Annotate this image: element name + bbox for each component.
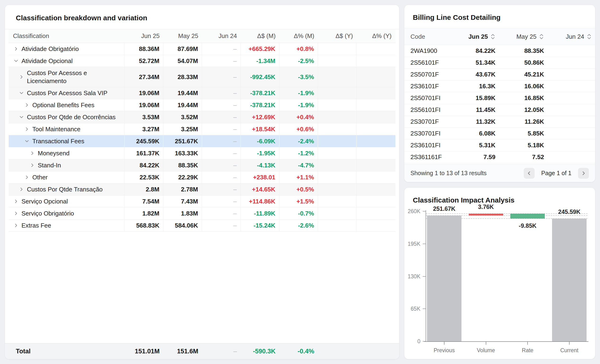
row-label: Transactional Fees bbox=[32, 137, 84, 145]
chevron-right-icon[interactable] bbox=[13, 198, 19, 205]
value-cell: 3.25M bbox=[163, 123, 202, 135]
tree-row[interactable]: Serviço Opcional7.54M7.43M–+114.86K+1.5% bbox=[9, 196, 395, 207]
chevron-right-icon[interactable] bbox=[19, 74, 25, 80]
tree-row[interactable]: Optional Benefits Fees19.06M19.44M–-378.… bbox=[9, 99, 395, 111]
value-cell: 19.44M bbox=[163, 87, 202, 99]
chevron-right-icon[interactable] bbox=[13, 210, 19, 216]
chevron-right-icon[interactable] bbox=[13, 222, 19, 228]
chevron-right-icon[interactable] bbox=[19, 186, 25, 192]
code-cell: 2S30701F bbox=[404, 118, 450, 125]
bar-previous bbox=[427, 215, 461, 341]
table-row[interactable]: 2S361161F7.597.52 bbox=[404, 151, 595, 163]
table-row[interactable]: 2S56101FI11.45K12.05K bbox=[404, 104, 595, 116]
value-cell: -378.21K bbox=[241, 87, 280, 99]
y-tick-label: 0 bbox=[400, 338, 420, 345]
chevron-down-icon[interactable] bbox=[19, 114, 25, 120]
row-label: Atividade Obrigatório bbox=[21, 45, 79, 53]
tree-row[interactable]: Stand-In84.22K88.35K–-4.13K-4.7% bbox=[9, 159, 395, 171]
value-cell: -4.7% bbox=[280, 159, 318, 171]
chevron-down-icon[interactable] bbox=[24, 138, 30, 144]
value-cell bbox=[357, 207, 395, 219]
y-tick bbox=[423, 276, 426, 277]
column-header-may-25[interactable]: May 25 bbox=[499, 33, 547, 40]
value-cell bbox=[318, 147, 357, 159]
tree-row[interactable]: Custos Por Qtde Transação2.8M2.78M–+14.6… bbox=[9, 183, 395, 196]
value-cell: 87.69M bbox=[163, 43, 202, 55]
column-header-jun-25[interactable]: Jun 25 bbox=[450, 33, 499, 40]
tree-row[interactable]: Other22.53K22.29K–+238.01+1.1% bbox=[9, 171, 395, 183]
value-cell bbox=[357, 220, 395, 231]
column-header-6: Δ$ (Y) bbox=[318, 32, 357, 40]
column-header-jun-24[interactable]: Jun 24 bbox=[547, 33, 595, 40]
row-label-cell: Custos Por Qtde de Ocorrências bbox=[9, 111, 125, 123]
tree-row[interactable]: Extras Fee568.83K584.06K–-15.24K-2.6% bbox=[9, 220, 395, 232]
tree-row[interactable]: Transactional Fees245.59K251.67K–-6.09K-… bbox=[9, 135, 395, 147]
table-row[interactable]: 2S56101F51.34K50.86K bbox=[404, 57, 595, 69]
table-row[interactable]: 2S30701F11.32K11.26K bbox=[404, 116, 595, 128]
x-axis bbox=[424, 341, 589, 342]
code-cell: 2WA1900 bbox=[404, 47, 450, 55]
sort-icon bbox=[539, 33, 544, 40]
table-row[interactable]: 2S50701FI15.89K16.85K bbox=[404, 92, 595, 104]
value-cell: 2.78M bbox=[163, 183, 202, 195]
value-cell bbox=[318, 207, 357, 219]
value-cell: -992.45K bbox=[241, 67, 280, 87]
tree-row[interactable]: Custos Por Acessos Sala VIP19.06M19.44M–… bbox=[9, 87, 395, 99]
tree-row[interactable]: Custos Por Qtde de Ocorrências3.53M3.52M… bbox=[9, 111, 395, 123]
value-cell: – bbox=[202, 55, 241, 67]
chevron-right-icon[interactable] bbox=[24, 126, 30, 132]
column-header-label: Jun 24 bbox=[566, 33, 584, 40]
chevron-down-icon[interactable] bbox=[19, 90, 25, 96]
chevron-right-icon[interactable] bbox=[29, 162, 35, 168]
value-cell bbox=[318, 183, 357, 195]
y-axis bbox=[426, 210, 426, 341]
value-cell: 88.36M bbox=[125, 43, 163, 55]
value-cell: – bbox=[202, 171, 241, 183]
chevron-right-icon[interactable] bbox=[13, 46, 19, 52]
table-row[interactable]: 2WA190084.22K88.35K bbox=[404, 45, 595, 57]
tree-row[interactable]: Tool Maintenance3.27M3.25M–+18.54K+0.6% bbox=[9, 123, 395, 135]
chevron-right-icon bbox=[581, 170, 587, 176]
y-tick-label: 65K bbox=[400, 306, 420, 312]
row-label: Extras Fee bbox=[21, 221, 51, 229]
tree-row[interactable]: Serviço Obrigatório1.82M1.83M–-11.89K-0.… bbox=[9, 207, 395, 220]
value-cell bbox=[357, 196, 395, 207]
column-header-code: Code bbox=[404, 33, 450, 40]
chevron-right-icon[interactable] bbox=[24, 174, 30, 180]
value-cell: +0.6% bbox=[280, 123, 318, 135]
table-row[interactable]: 2S50701F43.67K45.21K bbox=[404, 69, 595, 81]
total-jun25: 151.01M bbox=[125, 348, 163, 355]
table-row[interactable]: 2S36101FI5.31K5.18K bbox=[404, 140, 595, 151]
row-label: Serviço Opcional bbox=[21, 197, 68, 205]
value-cell: -1.9% bbox=[280, 87, 318, 99]
value-cell: 7.59 bbox=[450, 153, 499, 161]
row-label: Moneysend bbox=[38, 149, 69, 157]
x-axis-label: Rate bbox=[522, 347, 534, 354]
chevron-down-icon[interactable] bbox=[13, 58, 19, 64]
table-row[interactable]: 2S30701FI6.08K5.85K bbox=[404, 128, 595, 140]
table-row[interactable]: 2S36101F16.3K16.06K bbox=[404, 81, 595, 92]
tree-row[interactable]: Atividade Obrigatório88.36M87.69M–+665.2… bbox=[9, 43, 395, 55]
value-cell: – bbox=[202, 67, 241, 87]
tree-row[interactable]: Moneysend161.37K163.33K–-1.95K-1.2% bbox=[9, 147, 395, 159]
sort-icon bbox=[490, 33, 496, 40]
value-cell: – bbox=[202, 196, 241, 207]
tree-row[interactable]: Custos Por Acessos e Licenciamento27.34M… bbox=[9, 67, 395, 87]
y-tick bbox=[423, 308, 426, 309]
tree-row[interactable]: Atividade Opcional52.72M54.07M–-1.34M-2.… bbox=[9, 55, 395, 67]
prev-page-button[interactable] bbox=[524, 168, 534, 179]
value-cell: 43.67K bbox=[450, 71, 499, 78]
value-cell: +238.01 bbox=[241, 171, 280, 183]
chevron-right-icon[interactable] bbox=[29, 150, 35, 156]
value-cell bbox=[318, 135, 357, 147]
row-label: Optional Benefits Fees bbox=[32, 101, 94, 109]
total-jun24: – bbox=[202, 348, 241, 355]
value-cell bbox=[357, 123, 395, 135]
column-header-label: Code bbox=[411, 33, 425, 40]
next-page-button[interactable] bbox=[578, 168, 589, 179]
row-label: Custos Por Qtde de Ocorrências bbox=[27, 113, 116, 121]
value-cell: 52.72M bbox=[125, 55, 163, 67]
sort-icon bbox=[587, 33, 592, 40]
chevron-right-icon[interactable] bbox=[24, 102, 30, 108]
value-cell: 11.45K bbox=[450, 106, 499, 113]
